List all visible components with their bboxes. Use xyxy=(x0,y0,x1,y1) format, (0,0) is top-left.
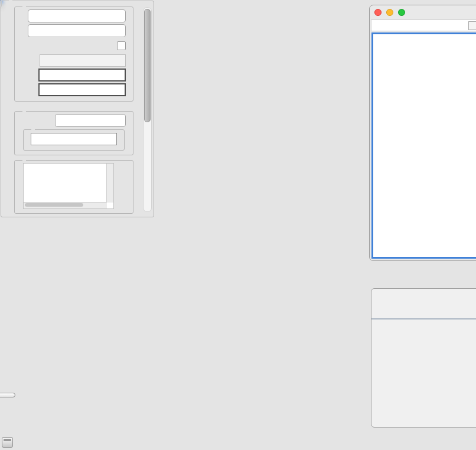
mi-type-combobox[interactable] xyxy=(28,24,126,37)
mi-threshold-group xyxy=(23,129,125,151)
aracne-mode-row xyxy=(22,9,126,22)
kernel-width-field[interactable] xyxy=(40,54,126,67)
zoom-traffic-light[interactable] xyxy=(398,9,405,16)
minimize-traffic-light[interactable] xyxy=(386,9,393,16)
mi-type-row xyxy=(22,24,126,37)
settings-scrollbar[interactable] xyxy=(143,7,152,212)
data-attributes-list[interactable] xyxy=(23,163,114,209)
mi-threshold-row xyxy=(31,132,117,145)
aracne-mode-combobox[interactable] xyxy=(28,9,126,22)
table-header xyxy=(371,318,476,319)
which-threshold-combobox[interactable] xyxy=(55,114,126,127)
scroll-corner-box[interactable] xyxy=(468,21,476,30)
mi-threshold-field[interactable] xyxy=(31,133,117,145)
dpi-tolerance-row xyxy=(22,69,126,81)
dpi-tolerance-field[interactable] xyxy=(38,69,126,81)
window-traffic-lights xyxy=(374,9,405,16)
close-traffic-light[interactable] xyxy=(374,9,382,16)
threshold-definition-group xyxy=(14,111,133,155)
network-graph xyxy=(373,34,476,257)
manual-kernel-checkbox[interactable] xyxy=(117,41,126,50)
network-toolbar-strip xyxy=(371,19,476,31)
algorithm-dropdown-list xyxy=(1,1,2,6)
apply-button[interactable] xyxy=(0,393,15,397)
minimized-panel-icon[interactable] xyxy=(2,437,13,448)
list-vertical-scrollbar[interactable] xyxy=(106,164,113,203)
table-toolbar xyxy=(371,289,476,318)
kernel-width-row xyxy=(22,54,126,67)
network-view-window xyxy=(369,5,476,261)
manual-kernel-row xyxy=(22,39,126,52)
which-threshold-row xyxy=(22,114,126,127)
cyni-algorithm-settings-group xyxy=(1,1,154,217)
mi-steps-row xyxy=(22,83,126,96)
control-panel-window xyxy=(0,0,1,1)
table-panel xyxy=(371,288,476,428)
network-canvas[interactable] xyxy=(371,32,476,259)
scrollbar-thumb[interactable] xyxy=(25,203,83,207)
list-horizontal-scrollbar[interactable] xyxy=(24,202,107,208)
algorithm-definition-group xyxy=(14,6,133,102)
mi-steps-field[interactable] xyxy=(38,83,126,96)
sources-group xyxy=(14,160,133,214)
settings-scrollbar-thumb[interactable] xyxy=(144,9,151,122)
